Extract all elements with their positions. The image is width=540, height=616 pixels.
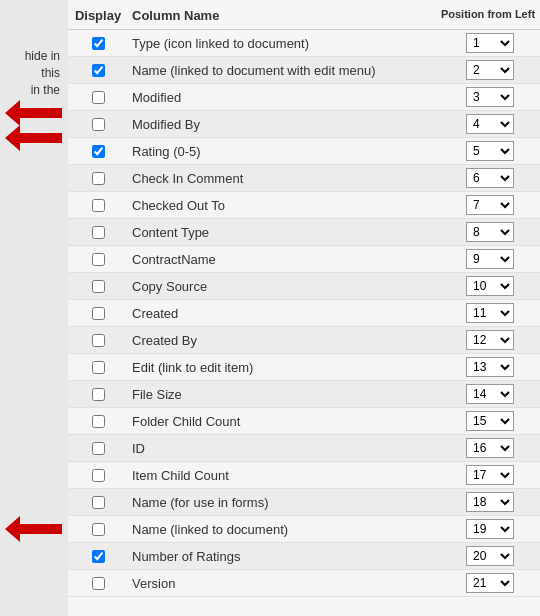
svg-marker-1 — [5, 125, 62, 151]
position-cell: 123456789101112131415161718192021 — [440, 168, 540, 188]
table-row: Name (linked to document with edit menu)… — [68, 57, 540, 84]
position-select[interactable]: 123456789101112131415161718192021 — [466, 276, 514, 296]
display-checkbox[interactable] — [92, 226, 105, 239]
position-select[interactable]: 123456789101112131415161718192021 — [466, 249, 514, 269]
position-select[interactable]: 123456789101112131415161718192021 — [466, 519, 514, 539]
position-cell: 123456789101112131415161718192021 — [440, 195, 540, 215]
display-checkbox[interactable] — [92, 415, 105, 428]
checkbox-cell — [68, 253, 128, 266]
position-cell: 123456789101112131415161718192021 — [440, 384, 540, 404]
header-position: Position from Left — [440, 8, 540, 23]
position-select[interactable]: 123456789101112131415161718192021 — [466, 330, 514, 350]
display-checkbox[interactable] — [92, 145, 105, 158]
column-name-cell: Content Type — [128, 225, 440, 240]
display-checkbox[interactable] — [92, 253, 105, 266]
position-select[interactable]: 123456789101112131415161718192021 — [466, 222, 514, 242]
column-name-cell: Number of Ratings — [128, 549, 440, 564]
position-cell: 123456789101112131415161718192021 — [440, 492, 540, 512]
position-select[interactable]: 123456789101112131415161718192021 — [466, 303, 514, 323]
position-select[interactable]: 123456789101112131415161718192021 — [466, 573, 514, 593]
column-name-cell: Name (for use in forms) — [128, 495, 440, 510]
column-name-cell: Edit (link to edit item) — [128, 360, 440, 375]
position-cell: 123456789101112131415161718192021 — [440, 438, 540, 458]
display-checkbox[interactable] — [92, 280, 105, 293]
table-row: ID123456789101112131415161718192021 — [68, 435, 540, 462]
display-checkbox[interactable] — [92, 496, 105, 509]
position-select[interactable]: 123456789101112131415161718192021 — [466, 141, 514, 161]
position-select[interactable]: 123456789101112131415161718192021 — [466, 465, 514, 485]
display-checkbox[interactable] — [92, 307, 105, 320]
checkbox-cell — [68, 91, 128, 104]
display-checkbox[interactable] — [92, 550, 105, 563]
position-select[interactable]: 123456789101112131415161718192021 — [466, 33, 514, 53]
position-select[interactable]: 123456789101112131415161718192021 — [466, 60, 514, 80]
column-name-cell: Name (linked to document) — [128, 522, 440, 537]
display-checkbox[interactable] — [92, 172, 105, 185]
column-name-cell: Copy Source — [128, 279, 440, 294]
display-checkbox[interactable] — [92, 523, 105, 536]
header-column-name: Column Name — [128, 8, 440, 23]
position-select[interactable]: 123456789101112131415161718192021 — [466, 411, 514, 431]
display-checkbox[interactable] — [92, 118, 105, 131]
column-name-cell: ContractName — [128, 252, 440, 267]
display-checkbox[interactable] — [92, 37, 105, 50]
position-select[interactable]: 123456789101112131415161718192021 — [466, 438, 514, 458]
display-checkbox[interactable] — [92, 388, 105, 401]
position-select[interactable]: 123456789101112131415161718192021 — [466, 195, 514, 215]
checkbox-cell — [68, 145, 128, 158]
checkbox-cell — [68, 199, 128, 212]
position-cell: 123456789101112131415161718192021 — [440, 573, 540, 593]
header-row: Display Column Name Position from Left — [68, 0, 540, 30]
position-select[interactable]: 123456789101112131415161718192021 — [466, 492, 514, 512]
table-row: Number of Ratings12345678910111213141516… — [68, 543, 540, 570]
checkbox-cell — [68, 361, 128, 374]
column-name-cell: Check In Comment — [128, 171, 440, 186]
checkbox-cell — [68, 577, 128, 590]
rows-container: Type (icon linked to document)1234567891… — [68, 30, 540, 597]
checkbox-cell — [68, 37, 128, 50]
position-cell: 123456789101112131415161718192021 — [440, 33, 540, 53]
display-checkbox[interactable] — [92, 361, 105, 374]
position-cell: 123456789101112131415161718192021 — [440, 303, 540, 323]
display-checkbox[interactable] — [92, 334, 105, 347]
svg-marker-2 — [5, 516, 62, 542]
column-name-cell: File Size — [128, 387, 440, 402]
checkbox-cell — [68, 496, 128, 509]
left-panel: hide in thisin the — [0, 0, 68, 616]
display-checkbox[interactable] — [92, 91, 105, 104]
position-cell: 123456789101112131415161718192021 — [440, 330, 540, 350]
display-checkbox[interactable] — [92, 442, 105, 455]
position-select[interactable]: 123456789101112131415161718192021 — [466, 168, 514, 188]
position-select[interactable]: 123456789101112131415161718192021 — [466, 384, 514, 404]
column-name-cell: Name (linked to document with edit menu) — [128, 63, 440, 78]
table-row: Checked Out To12345678910111213141516171… — [68, 192, 540, 219]
column-name-cell: Folder Child Count — [128, 414, 440, 429]
position-cell: 123456789101112131415161718192021 — [440, 114, 540, 134]
column-name-cell: Modified By — [128, 117, 440, 132]
column-name-cell: ID — [128, 441, 440, 456]
position-cell: 123456789101112131415161718192021 — [440, 276, 540, 296]
column-name-cell: Rating (0-5) — [128, 144, 440, 159]
position-cell: 123456789101112131415161718192021 — [440, 519, 540, 539]
checkbox-cell — [68, 415, 128, 428]
checkbox-cell — [68, 118, 128, 131]
position-select[interactable]: 123456789101112131415161718192021 — [466, 114, 514, 134]
table-row: Created123456789101112131415161718192021 — [68, 300, 540, 327]
display-checkbox[interactable] — [92, 577, 105, 590]
position-select[interactable]: 123456789101112131415161718192021 — [466, 546, 514, 566]
column-name-cell: Type (icon linked to document) — [128, 36, 440, 51]
table-row: Modified12345678910111213141516171819202… — [68, 84, 540, 111]
position-cell: 123456789101112131415161718192021 — [440, 465, 540, 485]
display-checkbox[interactable] — [92, 199, 105, 212]
checkbox-cell — [68, 226, 128, 239]
display-checkbox[interactable] — [92, 469, 105, 482]
checkbox-cell — [68, 469, 128, 482]
position-cell: 123456789101112131415161718192021 — [440, 222, 540, 242]
position-cell: 123456789101112131415161718192021 — [440, 546, 540, 566]
position-select[interactable]: 123456789101112131415161718192021 — [466, 87, 514, 107]
table-row: Type (icon linked to document)1234567891… — [68, 30, 540, 57]
table-row: Name (linked to document)123456789101112… — [68, 516, 540, 543]
display-checkbox[interactable] — [92, 64, 105, 77]
position-select[interactable]: 123456789101112131415161718192021 — [466, 357, 514, 377]
table-row: Folder Child Count1234567891011121314151… — [68, 408, 540, 435]
